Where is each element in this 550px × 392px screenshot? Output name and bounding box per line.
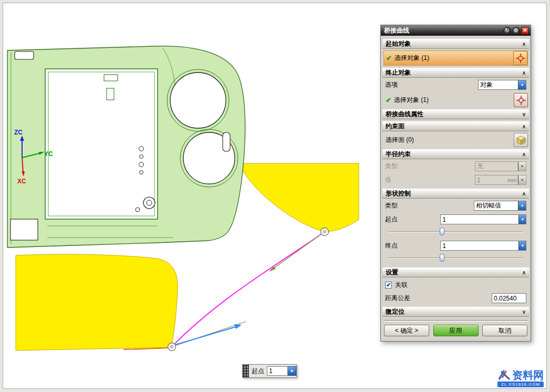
group-header-constraint-face[interactable]: 约束面 ∧: [382, 121, 529, 131]
slider-track: [389, 231, 523, 232]
watermark-logo: [497, 369, 511, 380]
dialog-titlebar[interactable]: 桥接曲线 ↻ ⚙ ✕: [381, 25, 531, 36]
yellow-sheet-upper[interactable]: [239, 163, 359, 232]
yc-axis-label: YC: [44, 150, 53, 158]
group-header-settings[interactable]: 设置 ∧: [382, 267, 529, 277]
curve-start-handle[interactable]: [168, 343, 176, 351]
start-point-label: 起点: [249, 367, 267, 376]
slider-track: [389, 257, 523, 258]
start-select-object-button[interactable]: [513, 51, 527, 65]
dropdown-arrow-icon[interactable]: ▼: [518, 80, 526, 89]
check-icon: ✔: [386, 54, 392, 62]
tolerance-field[interactable]: [492, 293, 526, 303]
group-header-shape-control[interactable]: 形状控制 ∧: [382, 189, 529, 199]
tolerance-input[interactable]: [492, 294, 526, 303]
tolerance-label: 距离公差: [385, 294, 490, 303]
start-select-label: 选择对象 (1): [395, 54, 429, 63]
group-header-radius-constraint[interactable]: 半径约束 ∧: [382, 149, 529, 159]
radius-value-label: 值: [385, 176, 473, 184]
cancel-button[interactable]: 取消: [482, 325, 527, 336]
select-face-button[interactable]: [514, 133, 528, 147]
collapse-icon[interactable]: ∧: [522, 191, 526, 197]
shape-start-input[interactable]: [441, 215, 518, 224]
dialog-title: 桥接曲线: [384, 26, 502, 35]
end-object-select-row[interactable]: ✔ 选择对象 (1): [383, 93, 528, 107]
watermark: 资料网 ZL.XS1616.COM: [497, 369, 544, 387]
associative-label: 关联: [395, 281, 408, 290]
face-select-label: 选择面 (0): [386, 136, 414, 145]
expand-icon[interactable]: ∨: [522, 111, 526, 117]
end-select-object-button[interactable]: [514, 93, 528, 107]
yellow-sheet-lower[interactable]: [16, 254, 178, 350]
group-header-end-object[interactable]: 终止对象 ∧: [382, 68, 529, 78]
bridge-curve-dialog: 桥接曲线 ↻ ⚙ ✕ 起始对象 ∧ ✔ 选择对象 (1): [380, 25, 531, 342]
onscreen-start-input-box: 起点 ▼: [242, 364, 297, 378]
spinner-down-button[interactable]: ▼: [288, 366, 296, 376]
shape-end-input[interactable]: [441, 241, 518, 250]
shape-end-label: 终点: [385, 241, 438, 250]
expand-icon[interactable]: ∨: [522, 309, 526, 315]
end-option-label: 选项: [385, 80, 476, 89]
check-icon: ✔: [386, 96, 391, 104]
collapse-icon[interactable]: ∧: [522, 151, 526, 157]
group-header-start-object[interactable]: 起始对象 ∧: [382, 39, 529, 49]
ok-button[interactable]: < 确定 >: [384, 325, 429, 336]
collapse-icon[interactable]: ∧: [522, 123, 526, 129]
close-icon[interactable]: ✕: [521, 27, 529, 35]
tangent-arrow[interactable]: [175, 324, 242, 345]
divider: [383, 320, 528, 322]
end-select-label: 选择对象 (1): [394, 96, 429, 105]
shape-type-label: 类型: [385, 201, 472, 210]
watermark-site-name: 资料网: [512, 370, 544, 380]
slider-handle[interactable]: [440, 228, 444, 235]
green-part-body[interactable]: [7, 46, 245, 247]
radius-type-dropdown: 无 ▼: [475, 161, 526, 171]
spinner-down-icon: ▼: [290, 369, 294, 374]
radius-value-field: 1 mm ▼: [475, 175, 526, 185]
associative-checkbox[interactable]: ✔: [385, 282, 392, 288]
spinner-down-icon[interactable]: ▼: [518, 241, 526, 250]
spinner-down-icon[interactable]: ▼: [518, 215, 526, 224]
end-magnitude-slider[interactable]: [389, 254, 523, 262]
slider-handle[interactable]: [440, 254, 444, 262]
select-crosshair-icon: [515, 53, 526, 64]
drag-handle[interactable]: [243, 365, 249, 377]
group-header-bridge-curve-props[interactable]: 桥接曲线属性 ∨: [382, 109, 529, 119]
constraint-face-select-row[interactable]: 选择面 (0): [383, 133, 528, 147]
spinner-down-icon: ▼: [518, 176, 526, 184]
watermark-url: ZL.XS1616.COM: [497, 381, 544, 387]
end-option-dropdown[interactable]: 对象 ▼: [478, 80, 526, 90]
face-cube-icon: [516, 135, 526, 146]
group-header-micro-positioning[interactable]: 微定位 ∨: [382, 307, 529, 317]
dropdown-arrow-icon: ▼: [518, 162, 526, 171]
unit-label: mm: [507, 177, 518, 183]
zc-axis-label: ZC: [14, 129, 23, 136]
reset-icon[interactable]: ↻: [503, 27, 511, 35]
associative-checkbox-row[interactable]: ✔ 关联: [382, 277, 529, 291]
collapse-icon[interactable]: ∧: [522, 41, 526, 47]
gear-icon[interactable]: ⚙: [512, 27, 520, 35]
check-icon: ✔: [386, 282, 391, 288]
collapse-icon[interactable]: ∧: [522, 70, 526, 76]
shape-start-label: 起点: [385, 215, 438, 224]
curve-end-handle[interactable]: [321, 228, 329, 236]
apply-button[interactable]: 应用: [433, 325, 479, 336]
xc-axis-label: XC: [17, 178, 26, 185]
shape-start-field[interactable]: ▼: [440, 214, 526, 224]
start-magnitude-slider[interactable]: [389, 228, 523, 236]
collapse-icon[interactable]: ∧: [522, 270, 526, 275]
bridge-curve[interactable]: [172, 232, 325, 347]
start-point-onscreen-input[interactable]: [267, 366, 288, 376]
start-object-select-row[interactable]: ✔ 选择对象 (1): [383, 50, 528, 66]
shape-type-dropdown[interactable]: 相切幅值 ▼: [474, 201, 526, 211]
dropdown-arrow-icon[interactable]: ▼: [518, 201, 526, 210]
start-direction-arrow[interactable]: [269, 232, 325, 272]
select-crosshair-icon: [516, 95, 526, 106]
shape-end-field[interactable]: ▼: [440, 241, 526, 251]
radius-type-label: 类型: [385, 162, 473, 171]
